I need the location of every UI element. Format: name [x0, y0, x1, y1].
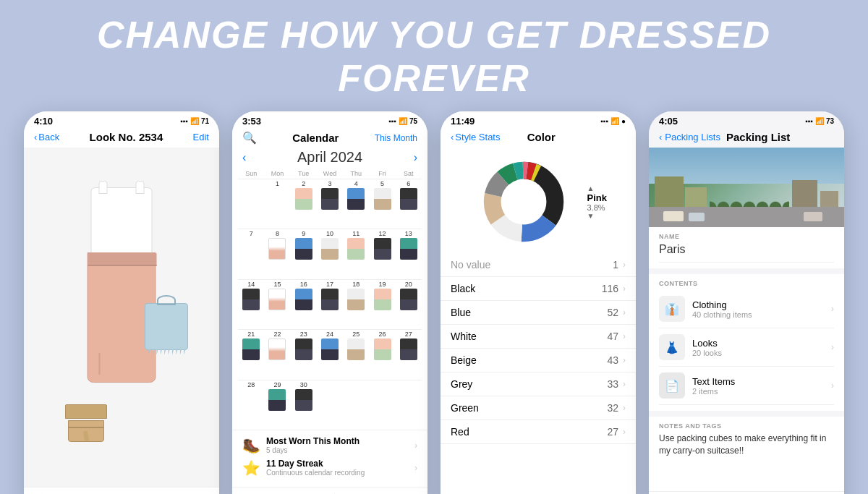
back-button-3[interactable]: ‹ Style Stats — [451, 132, 500, 142]
cal-day[interactable]: 8 — [264, 229, 290, 278]
looks-icon: 👗 — [659, 334, 685, 360]
phone-calendar: 3:53 ▪▪▪ 📶 75 🔍 Calendar This Month ‹ Ap… — [232, 111, 427, 494]
paris-hero-image — [649, 148, 844, 227]
outfit-display — [24, 148, 219, 487]
cal-day[interactable]: 14 — [238, 279, 264, 329]
most-worn-row[interactable]: 🥾 Most Worn This Month 5 days › — [242, 436, 417, 454]
highlight-color-label: Pink — [587, 192, 607, 203]
color-beige-label: Beige — [451, 354, 607, 366]
time-2: 3:53 — [242, 116, 261, 127]
cal-day[interactable]: 24 — [317, 329, 343, 379]
cal-prev-button[interactable]: ‹ — [242, 151, 246, 164]
dow-sun: Sun — [238, 169, 264, 179]
packing-back-label[interactable]: Packing Lists — [665, 132, 720, 142]
search-icon[interactable]: 🔍 — [242, 131, 257, 145]
dow-tue: Tue — [291, 169, 317, 179]
status-bar-2: 3:53 ▪▪▪ 📶 75 — [232, 111, 427, 128]
cal-day[interactable]: 3 — [317, 179, 343, 229]
cal-day[interactable]: 25 — [343, 329, 369, 379]
cal-day[interactable]: 17 — [317, 279, 343, 329]
color-row-green[interactable]: Green 32 › — [441, 396, 636, 420]
status-icons-2: ▪▪▪ 📶 75 — [388, 117, 417, 125]
phones-row: 4:10 ▪▪▪ 📶 71 ‹ Back Look No. 2534 Edit — [0, 111, 868, 494]
cal-day[interactable]: 5 — [369, 179, 395, 229]
chevron-icon-red: › — [623, 427, 626, 437]
color-row-black[interactable]: Black 116 › — [441, 277, 636, 301]
dow-thu: Thu — [343, 169, 369, 179]
battery-icon: 71 — [201, 117, 209, 125]
cal-day[interactable]: 6 — [396, 179, 422, 229]
looks-text: Looks 20 looks — [692, 338, 824, 357]
streak-row[interactable]: ⭐ 11 Day Streak Continuous calendar reco… — [242, 459, 417, 477]
color-grey-label: Grey — [451, 378, 607, 390]
svg-point-10 — [502, 180, 546, 224]
cal-day[interactable]: 12 — [369, 229, 395, 278]
time-1: 4:10 — [34, 116, 53, 127]
text-items-row[interactable]: 📄 Text Items 2 items › — [659, 367, 834, 405]
streak-title: 11 Day Streak — [266, 459, 365, 469]
cal-day[interactable]: 26 — [369, 329, 395, 379]
chevron-icon-black: › — [623, 284, 626, 294]
cal-day[interactable]: 19 — [369, 279, 395, 329]
cal-day[interactable]: 1 — [264, 179, 290, 229]
chevron-text-icon: › — [831, 380, 834, 391]
signal-icon: ▪▪▪ — [180, 117, 188, 125]
color-black-count: 116 — [602, 283, 618, 294]
color-list: No value 1 › Black 116 › Blue 52 › White… — [441, 253, 636, 494]
wifi-icon-2: 📶 — [399, 117, 407, 125]
clothing-row[interactable]: 👔 Clothing 40 clothing items › — [659, 290, 834, 328]
cal-day[interactable]: 15 — [264, 279, 290, 329]
edit-button[interactable]: Edit — [193, 132, 209, 142]
packing-list-title: Packing List — [726, 131, 790, 143]
clothing-title: Clothing — [692, 299, 824, 310]
cal-day[interactable]: 27 — [396, 329, 422, 379]
cal-day[interactable]: 28 — [238, 380, 264, 430]
color-row-white[interactable]: White 47 › — [441, 325, 636, 349]
looks-row[interactable]: 👗 Looks 20 looks › — [659, 328, 834, 367]
name-value: Paris — [659, 243, 834, 263]
dow-sat: Sat — [396, 169, 422, 179]
cal-day[interactable]: 18 — [343, 279, 369, 329]
this-month-button[interactable]: This Month — [375, 133, 417, 143]
cal-day[interactable] — [238, 179, 264, 229]
looks-title: Looks — [692, 338, 824, 349]
cal-day[interactable]: 20 — [396, 279, 422, 329]
color-green-count: 32 — [607, 402, 618, 414]
cal-day[interactable]: 16 — [291, 279, 317, 329]
no-value-row[interactable]: No value 1 › — [441, 253, 636, 277]
cal-day[interactable]: 9 — [291, 229, 317, 278]
no-value-count: 1 — [613, 259, 618, 271]
color-row-red[interactable]: Red 27 › — [441, 420, 636, 444]
cal-day[interactable]: 10 — [317, 229, 343, 278]
cal-day[interactable]: 2 — [291, 179, 317, 229]
status-bar-4: 4:05 ▪▪▪ 📶 73 — [649, 111, 844, 128]
cal-day[interactable]: 23 — [291, 329, 317, 379]
cal-next-button[interactable]: › — [414, 151, 417, 164]
color-row-grey[interactable]: Grey 33 › — [441, 372, 636, 396]
cal-day[interactable]: 22 — [264, 329, 290, 379]
cal-day[interactable]: 21 — [238, 329, 264, 379]
status-icons-4: ▪▪▪ 📶 73 — [805, 117, 834, 125]
cal-day[interactable]: 7 — [238, 229, 264, 278]
cal-day[interactable]: 30 — [291, 380, 317, 430]
cal-day[interactable]: 4 — [343, 179, 369, 229]
boot-icon: 🥾 — [242, 437, 260, 454]
stats-nav: ‹ Style Stats Color — [441, 128, 636, 148]
phone-packing: 4:05 ▪▪▪ 📶 73 ‹ Packing Lists Packing Li… — [649, 111, 844, 494]
back-chevron-icon-4: ‹ — [659, 132, 662, 142]
text-items-title: Text Items — [692, 376, 824, 387]
most-worn-title: Most Worn This Month — [266, 436, 359, 446]
clothing-sub: 40 clothing items — [692, 310, 824, 319]
chevron-clothing-icon: › — [831, 304, 834, 314]
cal-day[interactable]: 11 — [343, 229, 369, 278]
color-row-blue[interactable]: Blue 52 › — [441, 301, 636, 325]
chevron-icon-beige: › — [623, 355, 626, 365]
cal-day[interactable]: 13 — [396, 229, 422, 278]
color-row-beige[interactable]: Beige 43 › — [441, 349, 636, 372]
dow-mon: Mon — [264, 169, 290, 179]
back-button-1[interactable]: ‹ Back — [34, 132, 59, 142]
chevron-icon: › — [623, 260, 626, 270]
back-button-4[interactable]: ‹ — [659, 132, 662, 142]
cal-day[interactable]: 29 — [264, 380, 290, 430]
bottom-nav-2: 🏠 👗 🍴 💼 ▦ — [232, 487, 427, 494]
